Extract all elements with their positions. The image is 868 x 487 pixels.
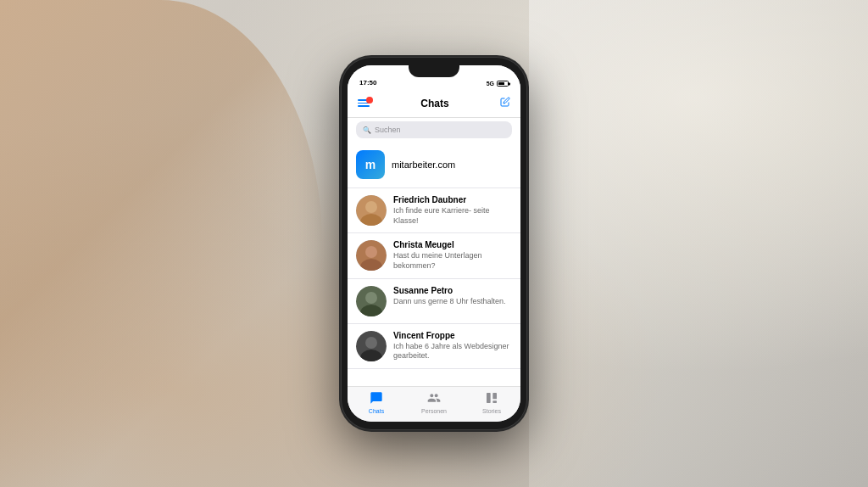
chat-preview: Ich finde eure Karriere- seite Klasse!	[393, 206, 512, 226]
chats-icon	[370, 391, 383, 407]
avatar	[356, 286, 387, 316]
hand-background	[0, 0, 322, 487]
nav-title: Chats	[420, 98, 448, 109]
group-item[interactable]: m mitarbeiter.com	[348, 142, 520, 188]
group-name: mitarbeiter.com	[392, 160, 455, 170]
menu-button[interactable]	[358, 99, 370, 107]
menu-line-3	[358, 105, 370, 107]
search-placeholder: Suchen	[375, 126, 401, 134]
chat-info: Vincent Froppe Ich habe 6 Jahre als Webd…	[393, 331, 512, 361]
avatar	[356, 331, 387, 361]
chat-info: Susanne Petro Dann uns gerne 8 Uhr festh…	[393, 286, 512, 307]
tab-personen-label: Personen	[421, 408, 447, 414]
status-time: 17:50	[359, 79, 376, 87]
notification-badge	[366, 97, 373, 104]
svg-point-1	[365, 201, 377, 213]
battery-fill	[498, 82, 504, 85]
tab-chats[interactable]: Chats	[348, 391, 405, 414]
chat-name: Vincent Froppe	[393, 331, 512, 340]
compose-button[interactable]	[500, 97, 510, 109]
tab-personen[interactable]: Personen	[405, 391, 463, 414]
chat-list: m mitarbeiter.com Friedrich Daubner	[348, 142, 520, 386]
chat-info: Christa Meugel Hast du meine Unterlagen …	[393, 240, 512, 271]
tab-stories-label: Stories	[482, 408, 501, 414]
search-bar: 🔍 Suchen	[348, 118, 520, 142]
svg-rect-14	[492, 400, 497, 403]
phone-screen: 17:50 5G Chats	[348, 65, 520, 422]
chat-info: Friedrich Daubner Ich finde eure Karrier…	[393, 195, 512, 226]
group-avatar-letter: m	[365, 158, 376, 171]
phone-notch	[409, 65, 459, 77]
list-item[interactable]: Friedrich Daubner Ich finde eure Karrier…	[348, 188, 520, 233]
list-item[interactable]: Vincent Froppe Ich habe 6 Jahre als Webd…	[348, 324, 520, 369]
battery-icon	[497, 81, 509, 87]
svg-point-7	[365, 292, 377, 304]
chat-preview: Hast du meine Unterlagen bekommen?	[393, 251, 512, 271]
svg-rect-12	[487, 393, 491, 403]
stories-icon	[485, 391, 498, 407]
avatar	[356, 195, 387, 226]
nav-bar: Chats	[348, 89, 520, 118]
svg-rect-13	[492, 393, 497, 399]
search-input[interactable]: 🔍 Suchen	[356, 121, 512, 138]
chat-name: Susanne Petro	[393, 286, 512, 295]
tab-stories[interactable]: Stories	[463, 391, 520, 414]
svg-point-10	[365, 337, 377, 349]
group-avatar: m	[356, 150, 385, 179]
avatar	[356, 240, 387, 271]
window-light	[529, 0, 868, 487]
scene: 17:50 5G Chats	[0, 0, 868, 487]
chat-name: Friedrich Daubner	[393, 195, 512, 204]
people-icon	[427, 391, 441, 407]
search-icon: 🔍	[363, 126, 371, 134]
svg-point-4	[365, 246, 377, 258]
list-item[interactable]: Susanne Petro Dann uns gerne 8 Uhr festh…	[348, 279, 520, 324]
chat-preview: Dann uns gerne 8 Uhr festhalten.	[393, 297, 512, 307]
chat-name: Christa Meugel	[393, 240, 512, 249]
phone-device: 17:50 5G Chats	[341, 57, 527, 430]
list-item[interactable]: Christa Meugel Hast du meine Unterlagen …	[348, 233, 520, 278]
tab-chats-label: Chats	[369, 408, 384, 414]
signal-label: 5G	[487, 81, 494, 87]
tab-bar: Chats Personen	[348, 386, 520, 422]
status-right: 5G	[487, 81, 509, 87]
chat-preview: Ich habe 6 Jahre als Webdesigner gearbei…	[393, 342, 512, 361]
